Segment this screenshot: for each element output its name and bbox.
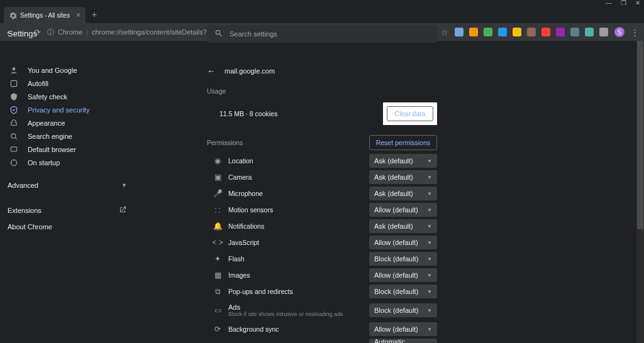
permission-dropdown[interactable]: Allow (default)▼ — [369, 236, 437, 249]
settings-content: ← mail.google.com Usage 11.5 MB · 8 cook… — [138, 41, 644, 343]
profile-avatar[interactable]: S — [614, 27, 625, 37]
extension-icon[interactable] — [527, 28, 536, 36]
chevron-down-icon: ▼ — [427, 224, 432, 229]
sidebar-about[interactable]: About Chrome — [0, 219, 138, 234]
chevron-down-icon: ▼ — [427, 240, 432, 246]
sidebar-item-label: Privacy and security — [28, 106, 89, 114]
extension-icon[interactable] — [556, 28, 565, 36]
permission-label: Flash — [228, 255, 369, 263]
settings-sidebar: You and GoogleAutofillSafety checkPrivac… — [0, 41, 138, 343]
permission-dropdown[interactable]: Ask (default)▼ — [369, 187, 437, 200]
extension-icon[interactable] — [541, 28, 550, 36]
extension-icon[interactable] — [498, 28, 507, 36]
extension-icon[interactable] — [570, 28, 579, 36]
sidebar-item-label: On startup — [28, 159, 60, 166]
browser-tab[interactable]: Settings - All sites × — [4, 7, 86, 23]
minimize-button[interactable]: ― — [606, 0, 612, 6]
sidebar-item[interactable]: Autofill — [9, 77, 138, 90]
sidebar-item-label: Autofill — [28, 80, 48, 87]
external-link-icon — [118, 205, 127, 215]
site-info-icon[interactable]: ⓘ — [47, 28, 54, 37]
reset-permissions-button[interactable]: Reset permissions — [369, 135, 437, 150]
sidebar-icon — [9, 145, 19, 154]
scrollbar-thumb[interactable] — [637, 41, 643, 229]
permission-icon: ▭ — [207, 306, 228, 315]
permission-dropdown[interactable]: Allow (default)▼ — [369, 203, 437, 217]
chevron-down-icon: ▼ — [427, 327, 432, 332]
back-arrow-button[interactable]: ← — [207, 66, 216, 76]
svg-rect-1 — [11, 80, 16, 86]
new-tab-button[interactable]: + — [92, 9, 97, 19]
sidebar-extensions[interactable]: Extensions — [0, 202, 138, 219]
usage-row: 11.5 MB · 8 cookies Clear data — [207, 99, 437, 129]
permission-dropdown[interactable]: Allow (default)▼ — [369, 322, 437, 336]
search-icon — [214, 29, 223, 39]
sidebar-item[interactable]: Safety check — [9, 90, 138, 103]
permission-icon: ⸬ — [207, 205, 228, 214]
permission-dropdown[interactable]: Ask (default)▼ — [369, 170, 437, 184]
sidebar-item[interactable]: You and Google — [9, 63, 138, 77]
close-window-button[interactable]: ✕ — [635, 0, 640, 6]
window-controls: ― ❐ ✕ — [0, 0, 644, 6]
permission-dropdown[interactable]: Block (default)▼ — [369, 285, 437, 298]
permission-label: Notifications — [228, 222, 369, 230]
chevron-down-icon: ▼ — [427, 175, 432, 180]
extension-icon[interactable] — [484, 28, 492, 36]
svg-point-0 — [13, 67, 16, 70]
bookmark-star-icon[interactable]: ☆ — [441, 28, 448, 37]
permission-label: Camera — [228, 173, 369, 181]
close-tab-icon[interactable]: × — [76, 11, 80, 19]
permission-row: ⟳Background syncAllow (default)▼ — [207, 321, 437, 337]
permission-label: Pop-ups and redirects — [228, 288, 369, 295]
permission-dropdown[interactable]: Ask (default)▼ — [369, 219, 437, 233]
chevron-down-icon: ▼ — [121, 182, 127, 188]
sidebar-item-label: Search engine — [28, 133, 72, 140]
search-placeholder: Search settings — [230, 30, 277, 38]
search-settings-input[interactable]: Search settings — [207, 25, 437, 43]
sidebar-icon — [9, 106, 19, 114]
permission-dropdown[interactable]: Block (default)▼ — [369, 303, 437, 317]
svg-point-2 — [11, 133, 16, 138]
permission-dropdown[interactable]: Ask (default)▼ — [369, 154, 437, 168]
maximize-button[interactable]: ❐ — [621, 0, 626, 6]
permission-dropdown[interactable]: Automatic (default)▼ — [369, 339, 437, 343]
extension-icon[interactable] — [599, 28, 608, 36]
permission-dropdown[interactable]: Block (default)▼ — [369, 252, 437, 266]
chevron-down-icon: ▼ — [427, 256, 432, 262]
permission-label: Background sync — [228, 325, 369, 333]
url-host: Chrome — [58, 28, 82, 36]
permission-icon: ◉ — [207, 156, 228, 165]
permissions-section-label: Permissions — [207, 139, 243, 146]
sidebar-item-label: You and Google — [28, 67, 77, 74]
sidebar-item[interactable]: Default browser — [9, 143, 138, 156]
sidebar-advanced[interactable]: Advanced▼ — [0, 178, 138, 193]
clear-data-button[interactable]: Clear data — [387, 106, 433, 121]
chevron-down-icon: ▼ — [427, 308, 432, 313]
permission-icon: ▦ — [207, 271, 228, 280]
permission-icon: ✦ — [207, 254, 228, 263]
tab-strip: Settings - All sites × + — [0, 6, 644, 23]
extension-icon[interactable] — [585, 28, 594, 36]
permission-row: ▭AdsBlock if site shows intrusive or mis… — [207, 300, 437, 321]
sidebar-item[interactable]: Privacy and security — [9, 103, 138, 116]
extension-icon[interactable] — [469, 28, 478, 36]
svg-rect-3 — [11, 146, 16, 151]
permission-label: Location — [228, 157, 369, 165]
usage-section-label: Usage — [207, 87, 437, 95]
sidebar-item[interactable]: Search engine — [9, 129, 138, 143]
permission-dropdown[interactable]: Allow (default)▼ — [369, 268, 437, 282]
sidebar-item[interactable]: On startup — [9, 156, 138, 169]
sidebar-item-label: Default browser — [28, 146, 76, 153]
chevron-down-icon: ▼ — [427, 158, 432, 164]
permission-row: ▦ImagesAllow (default)▼ — [207, 267, 437, 283]
chevron-down-icon: ▼ — [427, 191, 432, 197]
permission-row: ⸬Motion sensorsAllow (default)▼ — [207, 202, 437, 218]
permission-row: < >JavaScriptAllow (default)▼ — [207, 234, 437, 251]
menu-button[interactable]: ⋮ — [631, 28, 639, 37]
page-scrollbar[interactable] — [636, 41, 644, 343]
extension-icon[interactable] — [455, 28, 464, 36]
sidebar-item[interactable]: Appearance — [9, 116, 138, 129]
extension-icons — [455, 28, 608, 36]
extension-icon[interactable] — [513, 28, 521, 36]
permission-row: ▣CameraAsk (default)▼ — [207, 169, 437, 185]
